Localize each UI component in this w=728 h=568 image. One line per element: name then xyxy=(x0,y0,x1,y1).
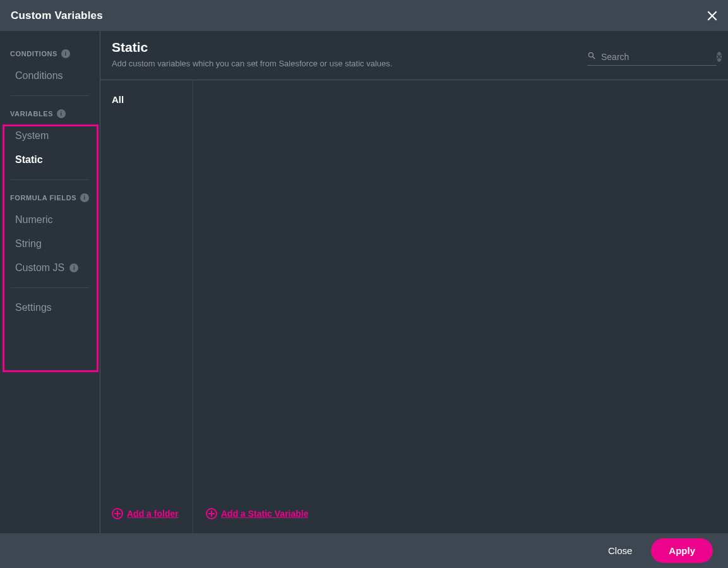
sidebar-section-label: VARIABLES xyxy=(10,110,53,118)
sidebar-item-numeric[interactable]: Numeric xyxy=(0,208,100,232)
close-button[interactable]: Close xyxy=(608,545,632,556)
page-subtitle: Add custom variables which you can set f… xyxy=(112,59,392,68)
main-header: Static Add custom variables which you ca… xyxy=(100,31,728,80)
add-static-variable-link[interactable]: Add a Static Variable xyxy=(193,502,728,526)
variables-column: Add a Static Variable xyxy=(193,80,728,533)
sidebar-item-static[interactable]: Static xyxy=(0,148,100,172)
clear-search-icon[interactable] xyxy=(717,52,722,62)
apply-button[interactable]: Apply xyxy=(651,538,713,563)
sidebar-item-label: Static xyxy=(15,154,43,166)
search-field[interactable] xyxy=(587,50,717,66)
sidebar-item-label: String xyxy=(15,238,42,250)
folders-empty-space xyxy=(100,110,193,502)
variables-empty-space xyxy=(193,89,728,502)
search-icon xyxy=(587,51,596,63)
sidebar-item-system[interactable]: System xyxy=(0,124,100,148)
footer: Close Apply xyxy=(0,533,728,568)
sidebar-item-label: Custom JS xyxy=(15,262,64,274)
add-folder-label: Add a folder xyxy=(127,509,179,519)
divider xyxy=(11,95,89,96)
svg-point-0 xyxy=(588,52,593,57)
sidebar-item-label: System xyxy=(15,130,49,142)
folder-label: All xyxy=(112,94,124,105)
sidebar-item-label: Conditions xyxy=(15,70,63,82)
info-icon[interactable]: i xyxy=(61,49,70,58)
add-variable-label: Add a Static Variable xyxy=(221,509,309,519)
info-icon[interactable]: i xyxy=(69,263,78,272)
sidebar-item-label: Settings xyxy=(15,302,52,313)
search-input[interactable] xyxy=(601,52,712,62)
main-header-text: Static Add custom variables which you ca… xyxy=(112,40,392,68)
page-title: Static xyxy=(112,40,392,55)
sidebar-item-string[interactable]: String xyxy=(0,232,100,256)
sidebar-section-variables: VARIABLES i xyxy=(0,104,100,124)
plus-circle-icon xyxy=(206,508,217,519)
folder-item-all[interactable]: All xyxy=(100,89,193,110)
sidebar-item-conditions[interactable]: Conditions xyxy=(0,64,100,88)
titlebar: Custom Variables xyxy=(0,0,728,31)
sidebar: CONDITIONS i Conditions VARIABLES i Syst… xyxy=(0,31,100,533)
sidebar-section-label: CONDITIONS xyxy=(10,50,57,57)
main-panel: Static Add custom variables which you ca… xyxy=(100,31,728,533)
plus-circle-icon xyxy=(112,508,123,519)
sidebar-section-conditions: CONDITIONS i xyxy=(0,44,100,64)
divider xyxy=(11,179,89,180)
divider xyxy=(11,287,89,288)
info-icon[interactable]: i xyxy=(80,193,89,202)
sidebar-section-formula-fields: FORMULA FIELDS i xyxy=(0,188,100,208)
sidebar-item-label: Numeric xyxy=(15,214,53,226)
sidebar-item-custom-js[interactable]: Custom JS i xyxy=(0,256,100,280)
info-icon[interactable]: i xyxy=(57,109,66,118)
sidebar-section-label: FORMULA FIELDS xyxy=(10,194,76,202)
close-icon[interactable] xyxy=(705,9,719,23)
custom-variables-modal: Custom Variables CONDITIONS i Conditions… xyxy=(0,0,728,568)
modal-title: Custom Variables xyxy=(11,9,103,22)
folders-column: All Add a folder xyxy=(100,80,193,533)
sidebar-item-settings[interactable]: Settings xyxy=(0,296,100,320)
modal-body: CONDITIONS i Conditions VARIABLES i Syst… xyxy=(0,31,728,533)
content-columns: All Add a folder xyxy=(100,80,728,533)
add-folder-link[interactable]: Add a folder xyxy=(100,502,193,526)
